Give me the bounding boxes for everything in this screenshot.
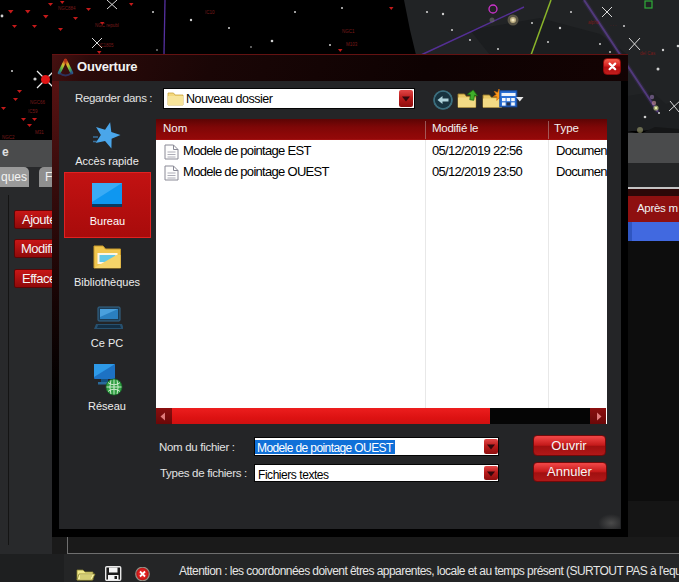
svg-text:NGC884: NGC884 bbox=[58, 6, 76, 11]
svg-text:alpha: alpha bbox=[588, 20, 600, 25]
svg-text:. . .: . . . bbox=[610, 22, 616, 27]
svg-text:NGC1: NGC1 bbox=[342, 29, 355, 34]
svg-text:IC1805: IC1805 bbox=[99, 43, 114, 48]
svg-text:del Cas: del Cas bbox=[640, 51, 656, 56]
svg-text:NGC republ: NGC republ bbox=[95, 23, 119, 28]
svg-text:M31: M31 bbox=[35, 130, 44, 135]
svg-text:NGC66: NGC66 bbox=[30, 100, 46, 105]
svg-text:IC10: IC10 bbox=[205, 10, 215, 15]
svg-text:IC59: IC59 bbox=[28, 109, 38, 114]
svg-text:M103: M103 bbox=[346, 42, 358, 47]
